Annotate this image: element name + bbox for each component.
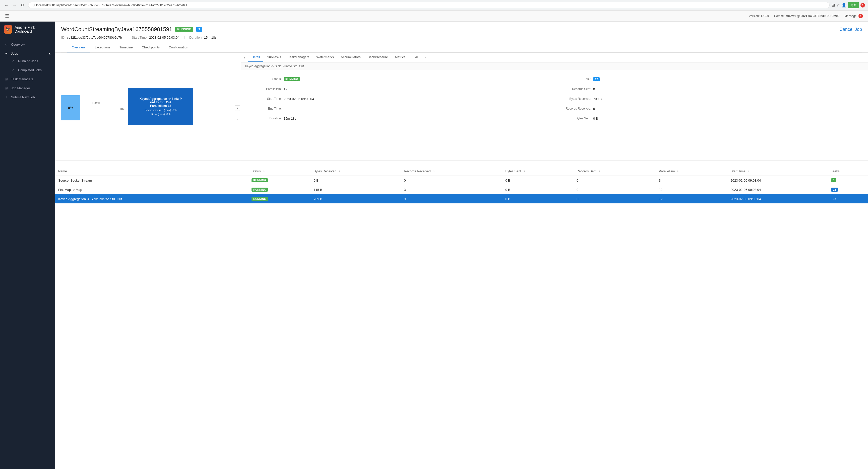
detail-bytes-received-label: Bytes Received:: [558, 97, 591, 101]
reload-button[interactable]: ⟳: [19, 2, 26, 9]
col-tasks: Tasks: [828, 167, 868, 176]
cell-parallelism-0: 3: [656, 176, 728, 185]
table-body: Source: Socket Stream RUNNING 0 B 0 0 B …: [55, 176, 868, 204]
detail-tab-backpressure[interactable]: BackPressure: [364, 53, 392, 62]
message-badge: 1: [859, 14, 863, 18]
detail-row-start-time: Start Time: 2023-02-05 09:03:04: [245, 94, 555, 104]
detail-task-badge: 12: [593, 77, 600, 81]
detail-row-task: Task: 12: [555, 74, 864, 84]
cell-bytes-received-0: 0 B: [310, 176, 401, 185]
sidebar-section-jobs[interactable]: ≡ Jobs ▲: [0, 49, 55, 57]
content-area: WordCountStreamingByJava1675558981591 RU…: [55, 22, 868, 469]
cell-name-0[interactable]: Source: Socket Stream: [55, 176, 248, 185]
graph-area: 0% HASH Keyed Aggregation -> Sink: Print…: [55, 53, 241, 161]
cell-tasks-1: 12: [828, 185, 868, 194]
cell-name-2[interactable]: Keyed Aggregation -> Sink: Print to Std.…: [55, 194, 248, 204]
extensions-icon[interactable]: ⊞: [832, 3, 835, 7]
cell-bytes-sent-0: 0 B: [502, 176, 574, 185]
detail-row-bytes-sent: Bytes Sent: 0 B: [555, 113, 864, 124]
sidebar-running-jobs-label: Running Jobs: [18, 59, 38, 63]
jobs-table: Name Status ⇅ Bytes Received ⇅ Records R…: [55, 167, 868, 203]
commit-info: Commit: f06faf1 @ 2021-04-23T15:39:21+02…: [774, 14, 839, 18]
detail-end-time-label: End Time:: [249, 107, 282, 110]
detail-tab-task-managers[interactable]: TaskManagers: [285, 53, 313, 62]
col-parallelism: Parallelism ⇅: [656, 167, 728, 176]
menu-icon[interactable]: ☰: [5, 13, 9, 19]
task-managers-icon: ⊞: [4, 77, 8, 81]
detail-tab-bar: ‹ Detail SubTasks TaskManagers Watermark…: [241, 53, 868, 62]
graph-node-1-label: 0%: [68, 106, 73, 110]
detail-tab-subtasks[interactable]: SubTasks: [263, 53, 284, 62]
job-duration-value: 15m 18s: [204, 36, 217, 39]
sidebar-item-task-managers[interactable]: ⊞ Task Managers: [0, 74, 55, 83]
tab-checkpoints[interactable]: Checkpoints: [137, 43, 164, 53]
detail-row-end-time: End Time: -: [245, 104, 555, 113]
tab-exceptions[interactable]: Exceptions: [90, 43, 115, 53]
graph-expand-right-button[interactable]: ›: [235, 105, 240, 111]
detail-nav-next-button[interactable]: ›: [422, 53, 429, 62]
cell-records-received-1: 3: [401, 185, 502, 194]
tab-overview[interactable]: Overview: [67, 43, 90, 53]
table-row[interactable]: Keyed Aggregation -> Sink: Print to Std.…: [55, 194, 868, 204]
detail-nav-prev-button[interactable]: ‹: [241, 53, 248, 62]
detail-tab-detail[interactable]: Detail: [248, 53, 263, 62]
cell-records-sent-1: 9: [574, 185, 656, 194]
table-row[interactable]: Flat Map -> Map RUNNING 115 B 3 0 B 9 12…: [55, 185, 868, 194]
job-start-time-item: Start Time: 2023-02-05 09:03:04: [132, 36, 180, 39]
tab-configuration[interactable]: Configuration: [164, 43, 192, 53]
sidebar-item-job-manager[interactable]: ⊞ Job Manager: [0, 83, 55, 93]
meta-separator-1: |: [126, 36, 127, 39]
detail-start-time-label: Start Time:: [249, 97, 282, 101]
cell-name-1[interactable]: Flat Map -> Map: [55, 185, 248, 194]
detail-col-right: Task: 12 Records Sent: 0 Bytes Received:…: [555, 74, 864, 124]
detail-tab-watermarks[interactable]: Watermarks: [313, 53, 337, 62]
back-button[interactable]: ←: [3, 2, 10, 9]
job-duration-item: Duration: 15m 18s: [189, 36, 217, 39]
update-button[interactable]: 更新: [848, 2, 859, 8]
job-running-badge: RUNNING: [175, 27, 193, 32]
cell-records-received-0: 0: [401, 176, 502, 185]
cell-bytes-received-2: 709 B: [310, 194, 401, 204]
detail-tab-flame-graph[interactable]: Flar: [409, 53, 422, 62]
browser-actions: ⊞ ☆ 👤 更新 1: [832, 2, 865, 8]
detail-row-duration: Duration: 15m 18s: [245, 113, 555, 124]
job-tab-bar: Overview Exceptions TimeLine Checkpoints…: [61, 43, 862, 53]
job-duration-label: Duration:: [189, 36, 203, 39]
graph-collapse-left-button[interactable]: ‹: [235, 116, 240, 122]
cell-parallelism-1: 12: [656, 185, 728, 194]
address-bar[interactable]: ⓘ localhost:8081/#/job/ce32f1bae33f5af17…: [28, 2, 830, 8]
graph-node-2[interactable]: Keyed Aggregation -> Sink: Print to Std.…: [128, 88, 193, 125]
sidebar-item-completed-jobs[interactable]: ○ Completed Jobs: [11, 65, 55, 74]
table-drag-handle[interactable]: ···: [55, 161, 868, 167]
tab-timeline[interactable]: TimeLine: [115, 43, 137, 53]
version-info: Version: 1.13.0: [749, 14, 769, 18]
table-header: Name Status ⇅ Bytes Received ⇅ Records R…: [55, 167, 868, 176]
detail-task-label: Task:: [558, 77, 591, 81]
detail-duration-value: 15m 18s: [284, 116, 296, 121]
bookmark-icon[interactable]: ☆: [836, 3, 840, 7]
meta-separator-2: |: [184, 36, 185, 39]
job-header: WordCountStreamingByJava1675558981591 RU…: [55, 22, 868, 53]
top-bar-left: ☰: [5, 13, 9, 19]
cancel-job-button[interactable]: Cancel Job: [839, 27, 862, 32]
job-meta: ID: ce32f1bae33f5af17cb60406780b2e7b | S…: [61, 36, 862, 39]
col-name: Name: [55, 167, 248, 176]
graph-node-1[interactable]: 0%: [61, 95, 80, 121]
col-records-received: Records Received ⇅: [401, 167, 502, 176]
detail-row-status: Status: RUNNING: [245, 74, 555, 84]
detail-breadcrumb: Keyed Aggregation -> Sink: Print to Std.…: [241, 62, 868, 70]
cell-records-sent-0: 0: [574, 176, 656, 185]
col-status: Status ⇅: [248, 167, 310, 176]
profile-icon[interactable]: 👤: [841, 3, 846, 7]
jobs-chevron-icon: ▲: [48, 52, 51, 55]
main-layout: 🦅 Apache Flink Dashboard ○ Overview ≡ Jo…: [0, 22, 868, 469]
detail-records-sent-value: 0: [593, 87, 595, 91]
detail-tab-accumulators[interactable]: Accumulators: [337, 53, 364, 62]
sidebar-item-submit-new-job[interactable]: ↓ Submit New Job: [0, 93, 55, 102]
sidebar-item-overview[interactable]: ○ Overview: [0, 40, 55, 49]
address-text: localhost:8081/#/job/ce32f1bae33f5af17cb…: [36, 3, 826, 7]
forward-button[interactable]: →: [11, 2, 18, 9]
detail-tab-metrics[interactable]: Metrics: [391, 53, 409, 62]
sidebar-item-running-jobs[interactable]: ○ Running Jobs: [11, 57, 55, 65]
table-row[interactable]: Source: Socket Stream RUNNING 0 B 0 0 B …: [55, 176, 868, 185]
